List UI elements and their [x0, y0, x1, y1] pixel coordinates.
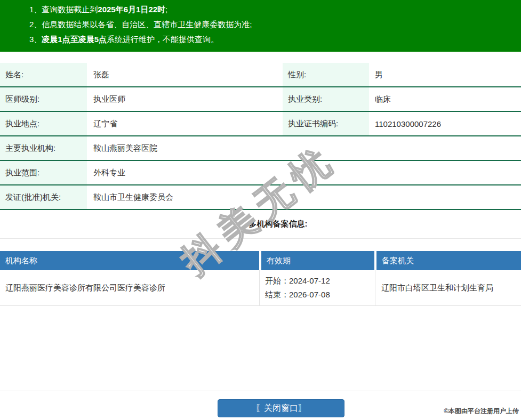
- upload-credit-text: ©本图由平台注册用户上传: [444, 407, 519, 416]
- filing-authority: 辽阳市白塔区卫生和计划生育局: [375, 270, 521, 305]
- divider: [0, 391, 521, 391]
- notice-line-1: 1、查询数据截止到2025年6月1日22时;: [29, 2, 516, 17]
- notice-line-3: 3、凌晨1点至凌晨5点系统进行维护，不能提供查询。: [29, 32, 516, 47]
- field-label-issuing-authority: 发证(批准)机关:: [0, 185, 87, 209]
- notice-text: 信息数据结果以各省、自治区、直辖市卫生健康委数据为准;: [42, 20, 252, 29]
- validity-end-date: 2026-07-08: [289, 290, 330, 299]
- table-row: 执业地点: 辽宁省 执业证书编码: 110210300007226: [0, 112, 521, 136]
- table-row: 姓名: 张磊 性别: 男: [0, 63, 521, 87]
- filing-validity-period: 开始：2024-07-12 结束：2026-07-08: [260, 270, 375, 305]
- field-label-doctor-level: 医师级别:: [0, 87, 87, 111]
- table-row: 执业范围: 外科专业: [0, 161, 521, 185]
- validity-end-label: 结束：: [265, 290, 289, 299]
- field-label-gender: 性别:: [283, 63, 369, 86]
- field-value-main-institution: 鞍山燕丽美容医院: [87, 143, 521, 154]
- close-window-button[interactable]: 〖关闭窗口〗: [218, 399, 344, 417]
- filing-section-title: 多机构备案信息:: [0, 210, 521, 238]
- notice-bold-text: 2025年6月1日22时: [98, 5, 165, 14]
- field-value-gender: 男: [369, 70, 521, 80]
- field-label-practice-category: 执业类别:: [283, 87, 369, 111]
- notice-number: 1、: [29, 5, 42, 14]
- field-label-practice-location: 执业地点:: [0, 112, 87, 135]
- filing-table-header: 机构名称 有效期 备案机关: [0, 251, 521, 270]
- column-header-org-name: 机构名称: [0, 251, 259, 270]
- field-value-practice-category: 临床: [369, 94, 521, 104]
- filing-org-name: 辽阳燕丽医疗美容诊所有限公司医疗美容诊所: [0, 270, 260, 305]
- table-row: 发证(批准)机关: 鞍山市卫生健康委员会: [0, 185, 521, 210]
- field-label-main-institution: 主要执业机构:: [0, 136, 87, 160]
- field-label-certificate-number: 执业证书编码:: [283, 112, 369, 135]
- column-header-validity: 有效期: [261, 251, 374, 270]
- validity-start-date: 2024-07-12: [289, 276, 330, 285]
- validity-end: 结束：2026-07-08: [265, 288, 375, 302]
- filing-table-row: 辽阳燕丽医疗美容诊所有限公司医疗美容诊所 开始：2024-07-12 结束：20…: [0, 270, 521, 306]
- notice-banner: 1、查询数据截止到2025年6月1日22时; 2、信息数据结果以各省、自治区、直…: [0, 0, 521, 52]
- field-value-doctor-level: 执业医师: [87, 94, 283, 104]
- field-label-name: 姓名:: [0, 63, 87, 86]
- field-value-practice-location: 辽宁省: [87, 119, 283, 129]
- field-value-issuing-authority: 鞍山市卫生健康委员会: [87, 192, 521, 203]
- notice-text: 系统进行维护，不能提供查询。: [107, 35, 219, 44]
- table-row: 医师级别: 执业医师 执业类别: 临床: [0, 87, 521, 112]
- field-value-name: 张磊: [87, 70, 283, 80]
- validity-start: 开始：2024-07-12: [265, 274, 375, 288]
- notice-number: 2、: [29, 20, 42, 29]
- notice-text: 查询数据截止到: [42, 5, 98, 14]
- field-value-certificate-number: 110210300007226: [369, 119, 521, 128]
- notice-line-2: 2、信息数据结果以各省、自治区、直辖市卫生健康委数据为准;: [29, 17, 516, 32]
- divider: [0, 238, 521, 239]
- notice-number: 3、: [29, 35, 42, 44]
- field-value-practice-scope: 外科专业: [87, 168, 521, 178]
- table-row: 主要执业机构: 鞍山燕丽美容医院: [0, 136, 521, 161]
- notice-bold-text: 凌晨1点至凌晨5点: [42, 35, 107, 44]
- field-label-practice-scope: 执业范围:: [0, 161, 87, 184]
- column-header-filing-authority: 备案机关: [376, 251, 521, 270]
- notice-text: ;: [165, 5, 167, 14]
- doctor-profile-table: 姓名: 张磊 性别: 男 医师级别: 执业医师 执业类别: 临床 执业地点: 辽…: [0, 63, 521, 210]
- validity-start-label: 开始：: [265, 276, 289, 285]
